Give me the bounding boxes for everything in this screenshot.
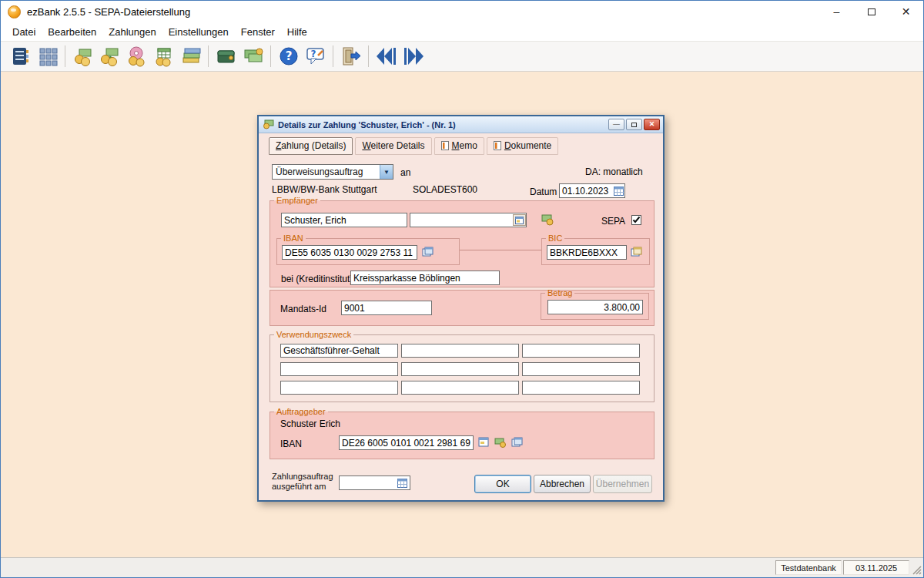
payment-stack-button[interactable] bbox=[177, 43, 204, 69]
auftraggeber-fieldset: Auftraggeber Schuster Erich IBAN bbox=[270, 407, 654, 459]
auftraggeber-form-button[interactable] bbox=[476, 435, 491, 450]
auftraggeber-iban-input[interactable] bbox=[339, 435, 474, 450]
verwendungszweck-input[interactable] bbox=[522, 362, 640, 376]
next-record-button[interactable] bbox=[400, 43, 427, 69]
menu-datei[interactable]: Datei bbox=[6, 24, 42, 40]
verwendungszweck-input[interactable] bbox=[401, 362, 519, 376]
chevron-down-icon[interactable]: ▼ bbox=[380, 165, 393, 179]
tab-weitere-details[interactable]: Weitere Details bbox=[355, 137, 431, 155]
bank-name-label: LBBW/BW-Bank Stuttgart bbox=[272, 184, 377, 195]
wallet-button[interactable] bbox=[213, 43, 239, 69]
dialog-title: Details zur Zahlung 'Schuster, Erich' - … bbox=[278, 120, 456, 129]
address-book-button[interactable] bbox=[7, 43, 34, 69]
cancel-button[interactable]: Abbrechen bbox=[534, 475, 591, 493]
auftraggeber-copy-button[interactable] bbox=[510, 435, 525, 450]
table-view-button[interactable] bbox=[34, 43, 61, 69]
menu-bearbeiten[interactable]: Bearbeiten bbox=[42, 24, 102, 40]
titlebar: ezBank 2.5.5 - SEPA-Dateierstellung – ✕ bbox=[1, 1, 923, 22]
executed-calendar-button[interactable] bbox=[396, 477, 408, 489]
minimize-button[interactable]: – bbox=[819, 1, 854, 22]
menu-einstellungen[interactable]: Einstellungen bbox=[162, 24, 235, 40]
menu-zahlungen[interactable]: Zahlungen bbox=[102, 24, 162, 40]
previous-record-button[interactable] bbox=[373, 43, 400, 69]
verwendungszweck-input[interactable] bbox=[280, 362, 398, 376]
menu-hilfe[interactable]: Hilfe bbox=[281, 24, 313, 40]
app-window: ezBank 2.5.5 - SEPA-Dateierstellung – ✕ … bbox=[0, 0, 924, 578]
auftraggeber-legend: Auftraggeber bbox=[274, 407, 328, 416]
payment-type-combobox[interactable]: Überweisungsauftrag ▼ bbox=[272, 164, 393, 180]
empfaenger-iban-input[interactable] bbox=[282, 245, 417, 260]
tab-dokumente[interactable]: Dokumente bbox=[487, 137, 558, 155]
verwendungszweck-input[interactable] bbox=[522, 344, 640, 358]
menu-fenster[interactable]: Fenster bbox=[235, 24, 281, 40]
verwendungszweck-input[interactable] bbox=[522, 381, 640, 395]
empfaenger-bic-input[interactable] bbox=[547, 245, 627, 260]
verwendungszweck-input[interactable] bbox=[401, 381, 519, 395]
payment-transfer-button[interactable] bbox=[96, 43, 123, 69]
payment-new-button[interactable] bbox=[69, 43, 96, 69]
window-title: ezBank 2.5.5 - SEPA-Dateierstellung bbox=[27, 6, 190, 18]
svg-text:?: ? bbox=[310, 49, 316, 59]
form-icon bbox=[477, 437, 490, 448]
name-lookup-button[interactable] bbox=[513, 214, 526, 226]
toolbar: ? ? bbox=[1, 41, 923, 72]
exit-button[interactable] bbox=[337, 43, 364, 69]
address-book-icon bbox=[10, 45, 32, 67]
maximize-icon bbox=[868, 8, 875, 15]
payment-cd-icon bbox=[126, 45, 148, 67]
empfaenger-name-input[interactable] bbox=[281, 213, 407, 227]
apply-button[interactable]: Übernehmen bbox=[593, 475, 652, 493]
payment-calendar-button[interactable] bbox=[150, 43, 177, 69]
feedback-button[interactable]: ? bbox=[302, 43, 329, 69]
copy-form-icon bbox=[422, 247, 434, 257]
an-label: an bbox=[400, 167, 410, 178]
svg-text:?: ? bbox=[285, 49, 292, 63]
mandat-betrag-panel: Mandats-Id Betrag bbox=[270, 290, 654, 326]
workspace: Details zur Zahlung 'Schuster, Erich' - … bbox=[1, 72, 923, 557]
dialog-close-button[interactable]: ✕ bbox=[644, 119, 660, 130]
institut-input[interactable] bbox=[350, 271, 500, 285]
payment-cd-button[interactable] bbox=[123, 43, 150, 69]
iban-copy-button[interactable] bbox=[420, 244, 436, 260]
tab-zahlung-details[interactable]: Zahlung (Details) bbox=[269, 137, 353, 155]
verwendungszweck-input[interactable] bbox=[280, 344, 398, 358]
verwendungszweck-input[interactable] bbox=[280, 381, 398, 395]
betrag-input[interactable] bbox=[547, 300, 643, 314]
ok-button[interactable]: OK bbox=[474, 475, 531, 493]
dialog-minimize-button[interactable]: — bbox=[608, 119, 624, 130]
datum-calendar-button[interactable] bbox=[612, 185, 624, 197]
connector-line bbox=[460, 250, 541, 250]
help-button[interactable]: ? bbox=[275, 43, 302, 69]
tab-memo[interactable]: Memo bbox=[434, 137, 484, 155]
close-button[interactable]: ✕ bbox=[889, 1, 923, 22]
copy-form-icon bbox=[631, 247, 643, 257]
nav-next-icon bbox=[402, 46, 425, 66]
auftraggeber-account-button[interactable] bbox=[493, 435, 508, 450]
mandat-input[interactable] bbox=[341, 301, 432, 315]
dialog-titlebar[interactable]: Details zur Zahlung 'Schuster, Erich' - … bbox=[259, 116, 663, 133]
bic-lookup-button[interactable] bbox=[629, 244, 644, 260]
toolbar-separator bbox=[270, 45, 271, 67]
tab-label: Dokumente bbox=[504, 140, 551, 151]
empfaenger-name2-input[interactable] bbox=[410, 213, 527, 227]
payment-calendar-icon bbox=[153, 45, 175, 67]
calendar-icon bbox=[614, 187, 624, 196]
cash-button[interactable] bbox=[239, 43, 266, 69]
toolbar-separator bbox=[208, 45, 209, 67]
dialog-window-controls: — ✕ bbox=[608, 119, 660, 130]
sepa-checkbox[interactable] bbox=[631, 215, 641, 225]
bank-code-label: SOLADEST600 bbox=[413, 184, 477, 195]
verwendungszweck-input[interactable] bbox=[401, 344, 519, 358]
executed-label: Zahlungsauftrag ausgeführt am bbox=[272, 472, 333, 492]
bank-money-icon bbox=[541, 213, 554, 226]
dialog-maximize-button[interactable] bbox=[626, 119, 642, 130]
resize-grip[interactable] bbox=[911, 560, 922, 575]
maximize-button[interactable] bbox=[854, 1, 889, 22]
betrag-fieldset: Betrag bbox=[541, 288, 649, 320]
dialog-maximize-icon bbox=[631, 123, 637, 127]
tab-label: Zahlung (Details) bbox=[276, 140, 346, 151]
status-database: Testdatenbank bbox=[775, 560, 842, 575]
recipient-lookup-button[interactable] bbox=[540, 212, 555, 227]
statusbar: Testdatenbank 03.11.2025 bbox=[1, 557, 923, 577]
executed-label-line2: ausgeführt am bbox=[272, 482, 333, 492]
